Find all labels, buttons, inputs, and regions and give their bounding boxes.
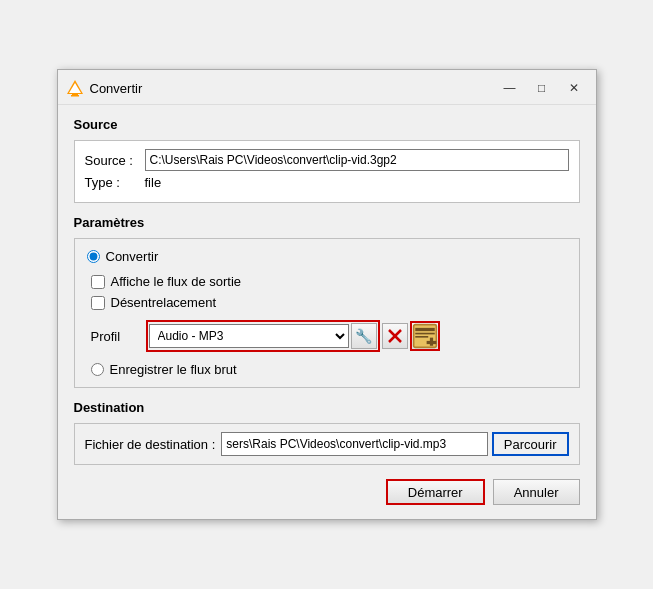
profil-delete-button[interactable]	[382, 323, 408, 349]
dest-label: Fichier de destination :	[85, 437, 216, 452]
window-controls: — □ ✕	[496, 78, 588, 98]
profil-select[interactable]: Audio - MP3 Video - H.264 + MP3 (MP4) Vi…	[149, 324, 349, 348]
window-title: Convertir	[90, 81, 496, 96]
type-label: Type :	[85, 175, 145, 190]
profil-select-wrapper: Audio - MP3 Video - H.264 + MP3 (MP4) Vi…	[146, 320, 380, 352]
raw-radio-row: Enregistrer le flux brut	[91, 362, 567, 377]
destination-section: Fichier de destination : Parcourir	[74, 423, 580, 465]
svg-rect-7	[415, 328, 435, 331]
raw-radio[interactable]	[91, 363, 104, 376]
type-row: Type : file	[85, 175, 569, 190]
svg-rect-8	[415, 333, 435, 335]
svg-rect-2	[72, 93, 78, 95]
profil-row: Profil Audio - MP3 Video - H.264 + MP3 (…	[91, 320, 567, 352]
profil-settings-button[interactable]: 🔧	[351, 323, 377, 349]
maximize-button[interactable]: □	[528, 78, 556, 98]
source-section: Source : Type : file	[74, 140, 580, 203]
raw-label: Enregistrer le flux brut	[110, 362, 237, 377]
source-header: Source	[74, 117, 580, 132]
profil-extra-button[interactable]	[412, 323, 438, 349]
convert-label: Convertir	[106, 249, 159, 264]
svg-rect-9	[415, 336, 428, 338]
vlc-icon	[66, 79, 84, 97]
params-header: Paramètres	[74, 215, 580, 230]
cancel-button[interactable]: Annuler	[493, 479, 580, 505]
convert-radio[interactable]	[87, 250, 100, 263]
minimize-button[interactable]: —	[496, 78, 524, 98]
checkbox1-row: Affiche le flux de sortie	[91, 274, 567, 289]
titlebar: Convertir — □ ✕	[58, 70, 596, 105]
source-input[interactable]	[145, 149, 569, 171]
dest-row: Fichier de destination : Parcourir	[85, 432, 569, 456]
deinterlace-label: Désentrelacement	[111, 295, 217, 310]
browse-button[interactable]: Parcourir	[492, 432, 569, 456]
source-label: Source :	[85, 153, 145, 168]
close-button[interactable]: ✕	[560, 78, 588, 98]
convert-radio-row: Convertir	[87, 249, 567, 264]
profil-extra-btn-wrapper	[410, 321, 440, 351]
bottom-buttons: Démarrer Annuler	[74, 479, 580, 505]
svg-rect-11	[426, 341, 436, 344]
svg-rect-3	[71, 95, 79, 97]
deinterlace-checkbox[interactable]	[91, 296, 105, 310]
show-flux-checkbox[interactable]	[91, 275, 105, 289]
dest-input[interactable]	[221, 432, 487, 456]
params-section: Convertir Affiche le flux de sortie Dése…	[74, 238, 580, 388]
profil-label: Profil	[91, 329, 146, 344]
destination-header: Destination	[74, 400, 580, 415]
show-flux-label: Affiche le flux de sortie	[111, 274, 242, 289]
main-window: Convertir — □ ✕ Source Source : Type : f…	[57, 69, 597, 520]
content-area: Source Source : Type : file Paramètres C…	[58, 105, 596, 519]
source-row: Source :	[85, 149, 569, 171]
type-value: file	[145, 175, 162, 190]
start-button[interactable]: Démarrer	[386, 479, 485, 505]
checkbox2-row: Désentrelacement	[91, 295, 567, 310]
